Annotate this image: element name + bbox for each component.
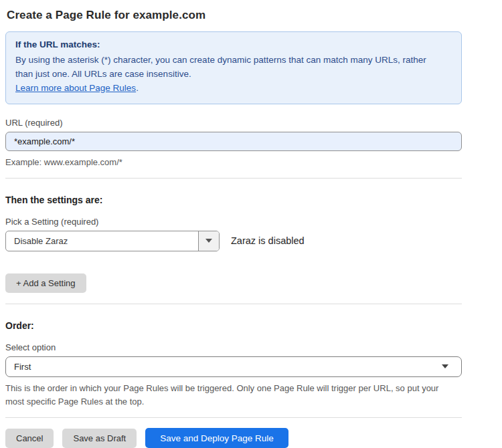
setting-select-value: Disable Zaraz bbox=[6, 236, 68, 246]
url-match-info-box: If the URL matches: By using the asteris… bbox=[5, 31, 462, 104]
divider bbox=[5, 304, 462, 304]
link-suffix-period: . bbox=[136, 83, 139, 93]
add-setting-button[interactable]: + Add a Setting bbox=[5, 273, 86, 293]
setting-status-text: Zaraz is disabled bbox=[231, 235, 305, 246]
order-select-value: First bbox=[14, 362, 31, 372]
info-box-link-line: Learn more about Page Rules. bbox=[15, 82, 452, 96]
setting-picker-label: Pick a Setting (required) bbox=[5, 217, 462, 227]
order-section-heading: Order: bbox=[5, 320, 462, 331]
url-input[interactable] bbox=[5, 132, 462, 151]
save-as-draft-button[interactable]: Save as Draft bbox=[62, 429, 137, 448]
divider bbox=[5, 417, 462, 418]
settings-section-heading: Then the settings are: bbox=[5, 195, 462, 205]
page-title: Create a Page Rule for example.com bbox=[7, 9, 462, 22]
chevron-down-icon bbox=[442, 364, 448, 368]
url-field-label: URL (required) bbox=[5, 118, 462, 128]
order-select-label: Select option bbox=[5, 342, 462, 352]
chevron-down-icon bbox=[205, 239, 212, 243]
divider bbox=[5, 178, 462, 179]
info-box-body: By using the asterisk (*) character, you… bbox=[15, 53, 444, 82]
save-and-deploy-button[interactable]: Save and Deploy Page Rule bbox=[145, 428, 288, 448]
learn-more-page-rules-link[interactable]: Learn more about Page Rules bbox=[15, 83, 136, 93]
form-actions: Cancel Save as Draft Save and Deploy Pag… bbox=[5, 428, 462, 448]
info-box-heading: If the URL matches: bbox=[15, 39, 452, 49]
page-rule-form: Create a Page Rule for example.com If th… bbox=[0, 0, 502, 448]
setting-row: Disable Zaraz Zaraz is disabled bbox=[5, 231, 462, 251]
order-select[interactable]: First bbox=[5, 356, 462, 377]
cancel-button[interactable]: Cancel bbox=[5, 429, 54, 448]
setting-select-arrow-button[interactable] bbox=[198, 231, 219, 251]
url-example-hint: Example: www.example.com/* bbox=[5, 156, 462, 169]
order-help-text: This is the order in which your Page Rul… bbox=[5, 382, 458, 409]
setting-select[interactable]: Disable Zaraz bbox=[5, 231, 220, 251]
